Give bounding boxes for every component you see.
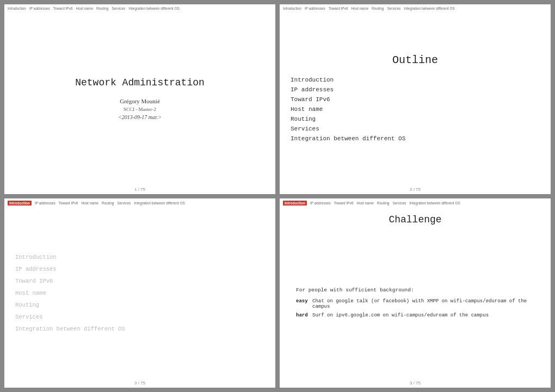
nav4-integration: Integration between different OS — [409, 201, 460, 205]
nav3-ip-addresses: IP addresses — [35, 201, 55, 205]
slide2-content: Outline Introduction IP addresses Toward… — [280, 13, 551, 185]
slide1-nav: Introduction IP addresses Toward IPv6 Ho… — [4, 4, 275, 13]
slide3-outline-list: Introduction IP addresses Toward IPv6 Ho… — [15, 251, 125, 335]
slide3-item-3: Host name — [15, 287, 125, 299]
slide4-intro: For people with sufficient background: — [296, 287, 414, 293]
slide1-page: 1 / 75 — [4, 185, 275, 194]
slide1-content: Network Administration Grégory Mounié SC… — [4, 13, 275, 185]
outline-item-0: Introduction — [291, 75, 540, 85]
nav-introduction: Introduction — [8, 7, 26, 10]
slide4-hard-label: hard — [296, 313, 312, 318]
slide3-item-4: Routing — [15, 299, 125, 311]
slide4-page: 3 / 75 — [280, 378, 551, 388]
nav2-services: Services — [387, 7, 400, 10]
slide2-outline-list: Introduction IP addresses Toward IPv6 Ho… — [291, 75, 540, 144]
slide4-nav: Introduction IP addresses Toward IPv6 Ho… — [280, 198, 551, 208]
slide4-heading: Challenge — [388, 214, 441, 225]
slide-3: Introduction IP addresses Toward IPv6 Ho… — [4, 198, 275, 388]
nav4-toward-ipv6: Toward IPv6 — [334, 201, 354, 205]
slide2-page: 2 / 75 — [280, 185, 551, 194]
nav2-toward-ipv6: Toward IPv6 — [329, 7, 348, 10]
nav2-routing: Routing — [372, 7, 384, 10]
nav4-host-name: Host name — [357, 201, 374, 205]
nav-integration: Integration between different OS — [128, 7, 179, 10]
slide3-item-6: Integration between different OS — [15, 323, 125, 335]
slide1-org: SCCI - Master-2 — [124, 107, 156, 112]
slide3-item-1: IP addresses — [15, 263, 125, 275]
nav2-introduction: Introduction — [283, 7, 301, 10]
nav3-routing: Routing — [102, 201, 114, 205]
slide4-item-easy: easy Chat on google talk (or facebook) w… — [296, 298, 534, 309]
nav-routing: Routing — [96, 7, 108, 10]
nav2-integration: Integration between different OS — [404, 7, 454, 10]
outline-item-1: IP addresses — [291, 85, 540, 95]
slide4-content: For people with sufficient background: e… — [280, 231, 551, 379]
nav3-services: Services — [117, 201, 131, 205]
outline-item-5: Services — [291, 124, 540, 134]
outline-item-4: Routing — [291, 114, 540, 124]
nav-services: Services — [112, 7, 125, 10]
slide-2: Introduction IP addresses Toward IPv6 Ho… — [280, 4, 551, 194]
outline-item-2: Toward IPv6 — [291, 95, 540, 104]
slide3-page: 3 / 75 — [4, 378, 275, 388]
nav4-routing: Routing — [377, 201, 389, 205]
slide4-hard-text: Surf on ipv6.google.com on wifi-campus/e… — [312, 313, 489, 318]
nav3-host-name: Host name — [82, 201, 98, 205]
slide4-item-hard: hard Surf on ipv6.google.com on wifi-cam… — [296, 313, 489, 318]
slide1-author: Grégory Mounié — [120, 98, 160, 104]
slide3-nav: Introduction IP addresses Toward IPv6 Ho… — [4, 198, 275, 208]
nav4-services: Services — [392, 201, 406, 205]
nav-ip-addresses: IP addresses — [29, 7, 50, 10]
slide-1: Introduction IP addresses Toward IPv6 Ho… — [4, 4, 275, 194]
slide1-date: <2013-09-17 mar.> — [118, 114, 162, 120]
slide4-easy-label: easy — [296, 298, 312, 304]
slide4-easy-text: Chat on google talk (or facebook) with X… — [312, 298, 534, 309]
nav3-integration: Integration between different OS — [134, 201, 184, 205]
nav4-introduction-active: Introduction — [283, 201, 307, 206]
slide3-item-5: Services — [15, 311, 125, 323]
slide3-item-0: Introduction — [15, 251, 125, 263]
nav3-toward-ipv6: Toward IPv6 — [59, 201, 78, 205]
nav-host-name: Host name — [76, 7, 93, 10]
outline-item-3: Host name — [291, 104, 540, 114]
nav4-ip-addresses: IP addresses — [310, 201, 331, 205]
nav2-ip-addresses: IP addresses — [305, 7, 325, 10]
nav-toward-ipv6: Toward IPv6 — [53, 7, 73, 10]
nav3-introduction-active: Introduction — [8, 201, 32, 206]
slide2-nav: Introduction IP addresses Toward IPv6 Ho… — [280, 4, 551, 13]
outline-item-6: Integration between different OS — [291, 134, 540, 144]
slide1-title: Network Administration — [75, 77, 205, 88]
slide-4: Introduction IP addresses Toward IPv6 Ho… — [280, 198, 551, 388]
slide2-heading: Outline — [392, 54, 438, 66]
slide3-item-2: Toward IPv6 — [15, 275, 125, 287]
slide3-content: Introduction IP addresses Toward IPv6 Ho… — [4, 208, 275, 379]
nav2-host-name: Host name — [351, 7, 368, 10]
